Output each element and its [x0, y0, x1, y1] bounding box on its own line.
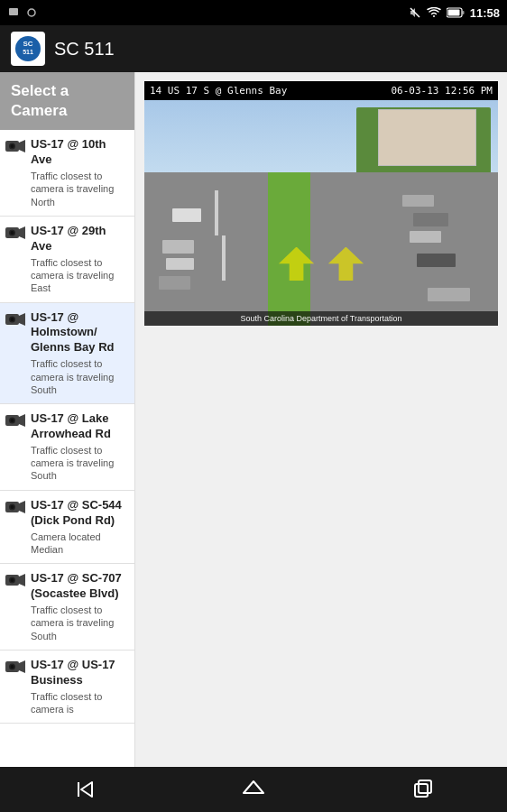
camera-text-2: US-17 @ Holmstown/ Glenns Bay Rd Traffic…	[31, 310, 127, 397]
home-icon	[241, 777, 266, 802]
camera-icon-3	[5, 413, 25, 483]
feed-footer: South Carolina Department of Transportat…	[144, 311, 498, 326]
camera-name-5: US-17 @ SC-707 (Socastee Blvd)	[31, 571, 127, 602]
back-icon	[72, 777, 97, 802]
svg-marker-14	[19, 226, 25, 239]
svg-rect-40	[415, 784, 428, 797]
svg-marker-22	[19, 414, 25, 427]
camera-feed: 14 US 17 S @ Glenns Bay 06-03-13 12:56 P…	[144, 81, 498, 326]
camera-desc-2: Traffic closest to camera is traveling S…	[31, 357, 127, 396]
content-area: Select a Camera US-17 @ 10th Ave Traffic…	[0, 72, 507, 767]
camera-icon-2	[5, 312, 25, 397]
app-bar: SC 511 SC 511	[0, 25, 507, 72]
median-grass	[268, 172, 310, 326]
svg-text:511: 511	[23, 49, 33, 55]
feed-header-left: 14 US 17 S @ Glenns Bay	[150, 85, 287, 97]
camera-name-1: US-17 @ 29th Ave	[31, 224, 127, 254]
vehicle-2	[180, 225, 204, 236]
main-area: 14 US 17 S @ Glenns Bay 06-03-13 12:56 P…	[135, 72, 507, 767]
app-logo: SC 511	[11, 32, 45, 66]
svg-point-24	[11, 419, 14, 422]
svg-point-1	[28, 9, 35, 16]
camera-list[interactable]: US-17 @ 10th Ave Traffic closest to came…	[0, 130, 134, 724]
nav-bar	[0, 767, 507, 812]
camera-item-0[interactable]: US-17 @ 10th Ave Traffic closest to came…	[0, 130, 134, 217]
camera-icon-5	[5, 573, 25, 642]
recents-button[interactable]	[395, 771, 449, 807]
feed-header: 14 US 17 S @ Glenns Bay 06-03-13 12:56 P…	[144, 81, 498, 100]
svg-point-28	[11, 505, 14, 509]
vehicle-11	[428, 288, 470, 301]
camera-desc-5: Traffic closest to camera is traveling S…	[31, 604, 127, 642]
camera-text-6: US-17 @ US-17 Business Traffic closest t…	[31, 658, 127, 715]
lane-mark-1	[215, 190, 218, 235]
camera-item-2[interactable]: US-17 @ Holmstown/ Glenns Bay Rd Traffic…	[0, 303, 134, 405]
camera-desc-0: Traffic closest to camera is traveling N…	[31, 170, 127, 208]
camera-icon-6	[5, 660, 25, 715]
vehicle-4	[166, 258, 194, 270]
camera-name-3: US-17 @ Lake Arrowhead Rd	[31, 411, 127, 442]
svg-marker-10	[19, 140, 25, 152]
camera-icon-4	[5, 500, 25, 556]
app-title: SC 511	[54, 39, 115, 60]
camera-icon-0	[5, 139, 25, 208]
camera-desc-4: Camera located Median	[31, 531, 127, 557]
svg-point-32	[11, 578, 14, 582]
road-scene: South Carolina Department of Transportat…	[144, 100, 498, 326]
camera-text-4: US-17 @ SC-544 (Dick Pond Rd) Camera loc…	[31, 498, 127, 556]
svg-point-36	[11, 665, 14, 669]
feed-image: South Carolina Department of Transportat…	[144, 100, 498, 326]
svg-point-20	[11, 318, 14, 321]
camera-text-0: US-17 @ 10th Ave Traffic closest to came…	[31, 137, 127, 208]
settings-icon	[25, 6, 38, 19]
sidebar[interactable]: Select a Camera US-17 @ 10th Ave Traffic…	[0, 72, 135, 767]
mute-icon	[409, 6, 421, 19]
status-bar-right: 11:58	[409, 6, 500, 20]
svg-marker-39	[244, 781, 263, 793]
camera-icon-1	[5, 226, 25, 295]
vehicle-7	[413, 213, 448, 226]
camera-desc-3: Traffic closest to camera is traveling S…	[31, 444, 127, 483]
vehicle-8	[410, 231, 441, 243]
status-bar-left-icons	[7, 6, 38, 19]
feed-header-right: 06-03-13 12:56 PM	[391, 85, 493, 97]
sidebar-header: Select a Camera	[0, 72, 134, 130]
camera-item-4[interactable]: US-17 @ SC-544 (Dick Pond Rd) Camera loc…	[0, 491, 134, 564]
road-surface	[144, 172, 498, 326]
svg-rect-5	[462, 11, 464, 14]
battery-icon	[447, 7, 465, 18]
back-button[interactable]	[58, 771, 112, 807]
camera-name-0: US-17 @ 10th Ave	[31, 137, 127, 168]
vehicle-6	[402, 195, 434, 207]
status-bar: 11:58	[0, 0, 507, 25]
svg-marker-18	[19, 313, 25, 326]
svg-marker-26	[19, 501, 25, 513]
svg-rect-41	[419, 780, 431, 793]
svg-rect-4	[447, 10, 459, 16]
notification-icon	[7, 6, 20, 19]
camera-text-3: US-17 @ Lake Arrowhead Rd Traffic closes…	[31, 411, 127, 483]
svg-marker-37	[81, 782, 92, 797]
svg-point-16	[11, 231, 14, 235]
camera-name-6: US-17 @ US-17 Business	[31, 658, 127, 688]
camera-name-2: US-17 @ Holmstown/ Glenns Bay Rd	[31, 310, 127, 356]
vehicle-10	[428, 270, 463, 281]
vehicle-9	[417, 254, 456, 267]
camera-text-5: US-17 @ SC-707 (Socastee Blvd) Traffic c…	[31, 571, 127, 642]
svg-point-12	[11, 144, 14, 148]
camera-name-4: US-17 @ SC-544 (Dick Pond Rd)	[31, 498, 127, 529]
clock: 11:58	[470, 6, 500, 20]
camera-item-6[interactable]: US-17 @ US-17 Business Traffic closest t…	[0, 651, 134, 724]
camera-item-5[interactable]: US-17 @ SC-707 (Socastee Blvd) Traffic c…	[0, 564, 134, 651]
svg-rect-0	[9, 8, 18, 15]
home-button[interactable]	[226, 771, 281, 807]
svg-marker-34	[19, 660, 25, 673]
camera-item-1[interactable]: US-17 @ 29th Ave Traffic closest to came…	[0, 217, 134, 303]
wifi-icon	[427, 7, 441, 18]
svg-text:SC: SC	[23, 40, 32, 48]
recents-icon	[410, 777, 435, 802]
vehicle-3	[162, 240, 194, 254]
vehicle-5	[159, 276, 190, 290]
building	[378, 109, 477, 166]
camera-item-3[interactable]: US-17 @ Lake Arrowhead Rd Traffic closes…	[0, 404, 134, 491]
